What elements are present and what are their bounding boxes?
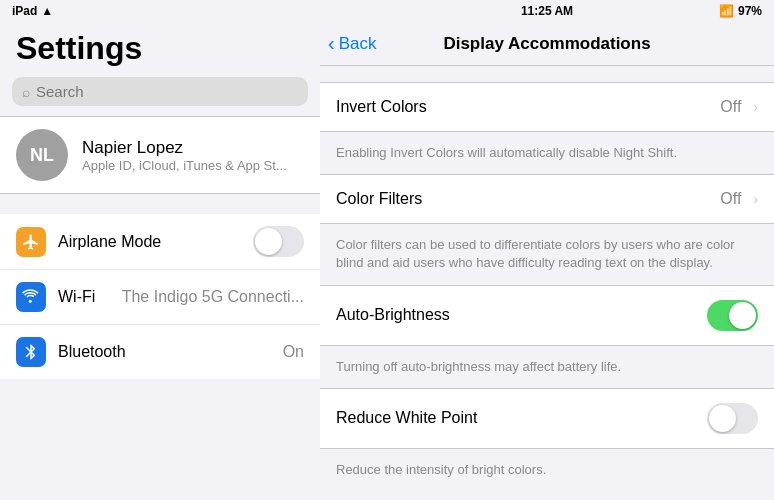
bluetooth-icon <box>22 343 40 361</box>
profile-subtitle: Apple ID, iCloud, iTunes & App St... <box>82 158 287 173</box>
settings-item-airplane[interactable]: Airplane Mode <box>0 214 320 270</box>
color-filters-group: Color Filters Off › <box>320 174 774 224</box>
profile-section[interactable]: NL Napier Lopez Apple ID, iCloud, iTunes… <box>0 117 320 194</box>
search-input[interactable] <box>36 83 298 100</box>
airplane-mode-icon-box <box>16 227 46 257</box>
auto-brightness-toggle-knob <box>729 302 756 329</box>
ipad-label: iPad <box>12 4 37 18</box>
auto-brightness-desc: Turning off auto-brightness may affect b… <box>320 354 774 388</box>
color-filters-value: Off <box>720 190 741 208</box>
settings-list: Airplane Mode Wi-Fi The Indigo 5G Connec… <box>0 214 320 379</box>
reduce-white-point-row[interactable]: Reduce White Point <box>320 389 774 448</box>
content-area: Invert Colors Off › Enabling Invert Colo… <box>320 66 774 500</box>
wifi-icon <box>22 288 40 306</box>
back-chevron-icon: ‹ <box>328 32 335 55</box>
reduce-white-point-label: Reduce White Point <box>336 409 697 427</box>
status-right-right: 📶 97% <box>719 4 762 18</box>
color-filters-label: Color Filters <box>336 190 710 208</box>
reduce-white-point-toggle-knob <box>709 405 736 432</box>
invert-colors-label: Invert Colors <box>336 98 710 116</box>
search-bar[interactable]: ⌕ <box>12 77 308 106</box>
profile-name: Napier Lopez <box>82 138 287 158</box>
status-left: iPad ▲ <box>12 4 53 18</box>
profile-info: Napier Lopez Apple ID, iCloud, iTunes & … <box>82 138 287 173</box>
status-bar-right: 11:25 AM 📶 97% <box>320 0 774 22</box>
invert-colors-row[interactable]: Invert Colors Off › <box>320 83 774 131</box>
auto-brightness-row[interactable]: Auto-Brightness <box>320 286 774 345</box>
back-label: Back <box>339 34 377 54</box>
status-bar-left: iPad ▲ <box>0 0 320 22</box>
invert-colors-group: Invert Colors Off › <box>320 82 774 132</box>
color-filters-chevron: › <box>753 191 758 207</box>
color-filters-desc: Color filters can be used to differentia… <box>320 232 774 284</box>
battery-label: 97% <box>738 4 762 18</box>
airplane-icon <box>22 233 40 251</box>
invert-colors-value: Off <box>720 98 741 116</box>
bluetooth-icon-box <box>16 337 46 367</box>
wifi-icon-box <box>16 282 46 312</box>
nav-title: Display Accommodations <box>443 34 650 54</box>
bluetooth-label: Bluetooth <box>58 343 271 361</box>
wifi-label: Wi-Fi <box>58 288 110 306</box>
airplane-mode-toggle[interactable] <box>253 226 304 257</box>
time-right: 11:25 AM <box>521 4 573 18</box>
airplane-mode-label: Airplane Mode <box>58 233 241 251</box>
settings-item-bluetooth[interactable]: Bluetooth On <box>0 325 320 379</box>
reduce-white-point-desc: Reduce the intensity of bright colors. <box>320 457 774 491</box>
reduce-white-point-group: Reduce White Point <box>320 388 774 449</box>
settings-title: Settings <box>0 22 320 71</box>
color-filters-row[interactable]: Color Filters Off › <box>320 175 774 223</box>
auto-brightness-label: Auto-Brightness <box>336 306 697 324</box>
right-panel: 11:25 AM 📶 97% ‹ Back Display Accommodat… <box>320 0 774 500</box>
wifi-value: The Indigo 5G Connecti... <box>122 288 304 306</box>
search-icon: ⌕ <box>22 84 30 100</box>
reduce-white-point-toggle[interactable] <box>707 403 758 434</box>
bluetooth-value: On <box>283 343 304 361</box>
settings-item-wifi[interactable]: Wi-Fi The Indigo 5G Connecti... <box>0 270 320 325</box>
invert-colors-chevron: › <box>753 99 758 115</box>
airplane-mode-toggle-knob <box>255 228 282 255</box>
avatar-initials: NL <box>30 145 54 166</box>
auto-brightness-toggle[interactable] <box>707 300 758 331</box>
back-button[interactable]: ‹ Back <box>328 32 376 55</box>
left-panel: iPad ▲ Settings ⌕ NL Napier Lopez Apple … <box>0 0 320 500</box>
invert-colors-desc: Enabling Invert Colors will automaticall… <box>320 140 774 174</box>
avatar: NL <box>16 129 68 181</box>
bluetooth-status-icon: 📶 <box>719 4 734 18</box>
auto-brightness-group: Auto-Brightness <box>320 285 774 346</box>
nav-header: ‹ Back Display Accommodations <box>320 22 774 66</box>
wifi-status-icon: ▲ <box>41 4 53 18</box>
